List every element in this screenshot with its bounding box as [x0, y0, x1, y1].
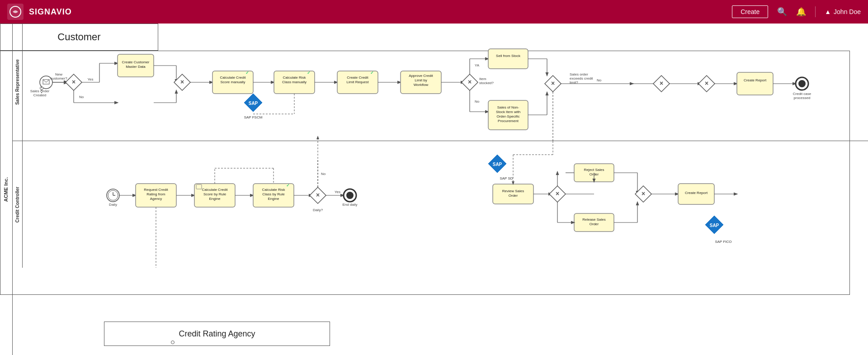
svg-text:SAP FSCM: SAP FSCM — [244, 115, 263, 119]
svg-point-81 — [798, 80, 806, 87]
notification-icon[interactable]: 🔔 — [796, 7, 806, 17]
svg-text:×: × — [642, 190, 645, 197]
main-pool-label: ACME Inc. — [0, 24, 13, 355]
svg-text:✓: ✓ — [286, 183, 290, 188]
svg-point-95 — [107, 189, 119, 202]
svg-text:SAP: SAP — [710, 223, 719, 228]
svg-point-124 — [346, 192, 354, 199]
svg-marker-62 — [545, 76, 561, 92]
svg-text:Yes: Yes — [335, 190, 340, 194]
svg-marker-20 — [174, 74, 190, 90]
svg-text:Sales order: Sales order — [570, 72, 588, 76]
svg-text:×: × — [180, 78, 184, 85]
svg-text:End daily: End daily — [343, 203, 358, 207]
app-icon — [7, 4, 24, 20]
svg-text:New: New — [55, 72, 62, 76]
svg-rect-33 — [337, 71, 378, 94]
svg-text:Create Report: Create Report — [744, 78, 767, 82]
svg-marker-74 — [698, 76, 715, 92]
svg-rect-157 — [678, 184, 714, 204]
svg-text:No: No — [79, 95, 84, 99]
svg-point-123 — [344, 189, 356, 202]
svg-text:Order: Order — [590, 222, 599, 226]
svg-text:×: × — [551, 80, 555, 87]
svg-text:SAP: SAP — [249, 101, 258, 106]
svg-text:Calculate Credit: Calculate Credit — [220, 76, 246, 80]
svg-rect-51 — [488, 49, 528, 69]
svg-text:Score by Rule: Score by Rule — [203, 192, 226, 196]
header-right: Create 🔍 🔔 ▲ John Doe — [732, 5, 861, 18]
svg-text:stocked?: stocked? — [479, 81, 494, 85]
svg-text:Calculate Credit: Calculate Credit — [202, 188, 228, 192]
svg-text:Engine: Engine — [209, 197, 221, 201]
svg-text:Rating from: Rating from — [146, 192, 165, 196]
svg-text:Calculate Risk: Calculate Risk — [262, 188, 285, 192]
svg-text:Credit case: Credit case — [793, 92, 811, 96]
svg-text:customer?: customer? — [50, 76, 67, 80]
lane-credit-ctrl-label: Credit Controller — [13, 141, 23, 268]
svg-marker-154 — [635, 186, 651, 202]
svg-text:Release Sales: Release Sales — [582, 218, 606, 222]
svg-text:Master Data: Master Data — [126, 65, 146, 69]
svg-marker-71 — [653, 76, 670, 92]
main-pool: ACME Inc. Sales Representative × — [0, 51, 850, 295]
svg-line-168 — [493, 141, 540, 194]
svg-text:Order: Order — [509, 194, 518, 198]
svg-text:Class manually: Class manually — [282, 80, 307, 84]
svg-text:YA: YA — [475, 63, 480, 67]
svg-text:Sales of Non-: Sales of Non- — [497, 105, 519, 109]
top-connector-line — [42, 87, 42, 93]
svg-text:Item: Item — [479, 77, 486, 81]
svg-text:Sales Order: Sales Order — [30, 89, 50, 93]
svg-marker-84 — [244, 94, 262, 112]
svg-text:Yes: Yes — [87, 77, 93, 81]
svg-text:×: × — [705, 80, 708, 87]
svg-text:Create Customer: Create Customer — [122, 60, 150, 64]
svg-text:Limit Request: Limit Request — [347, 80, 369, 84]
svg-text:Create Report: Create Report — [685, 191, 708, 195]
svg-text:✓: ✓ — [307, 71, 311, 75]
svg-rect-106 — [194, 184, 235, 207]
svg-marker-43 — [462, 74, 478, 90]
svg-rect-53 — [488, 100, 528, 130]
svg-text:Sell from Stock: Sell from Stock — [496, 54, 521, 58]
svg-text:SAP FICO: SAP FICO — [715, 240, 731, 244]
svg-text:Daily: Daily — [109, 203, 117, 207]
svg-text:Approve Credit: Approve Credit — [409, 74, 433, 78]
chevron-up-icon: ▲ — [825, 8, 831, 15]
svg-text:Workflow: Workflow — [414, 83, 429, 87]
svg-rect-145 — [574, 213, 614, 232]
svg-rect-101 — [136, 184, 176, 207]
svg-text:Limit by: Limit by — [415, 78, 427, 82]
svg-text:×: × — [72, 78, 75, 85]
svg-text:Review Sales: Review Sales — [502, 189, 524, 193]
svg-text:Stock Item with: Stock Item with — [496, 110, 520, 114]
svg-marker-128 — [488, 155, 506, 173]
svg-text:Daily?: Daily? — [313, 208, 323, 212]
svg-text:×: × — [316, 191, 320, 199]
svg-rect-13 — [118, 54, 154, 77]
svg-rect-131 — [493, 184, 533, 204]
svg-point-80 — [796, 77, 808, 90]
svg-rect-138 — [574, 164, 614, 182]
svg-text:×: × — [660, 80, 663, 87]
lane-connections-svg: × Yes No Create Customer Master Data — [23, 24, 868, 141]
svg-rect-23 — [212, 71, 253, 94]
svg-text:Engine: Engine — [268, 197, 279, 201]
svg-marker-135 — [549, 186, 566, 202]
svg-marker-159 — [705, 216, 723, 234]
credit-agency-label: Credit Rating Agency — [179, 329, 255, 339]
svg-text:No: No — [475, 99, 480, 104]
svg-rect-38 — [401, 71, 441, 94]
svg-text:✓: ✓ — [370, 71, 374, 75]
header: SIGNAVIO Create 🔍 🔔 ▲ John Doe — [0, 0, 868, 24]
svg-text:×: × — [468, 78, 472, 85]
svg-text:Create Credit: Create Credit — [347, 76, 368, 80]
create-button[interactable]: Create — [732, 5, 768, 18]
search-icon[interactable]: 🔍 — [777, 7, 787, 17]
svg-text:exceeds credit: exceeds credit — [570, 76, 593, 80]
svg-rect-28 — [274, 71, 315, 94]
svg-rect-2 — [43, 80, 49, 84]
svg-text:Agency: Agency — [150, 197, 162, 201]
user-menu[interactable]: ▲ John Doe — [825, 8, 861, 15]
